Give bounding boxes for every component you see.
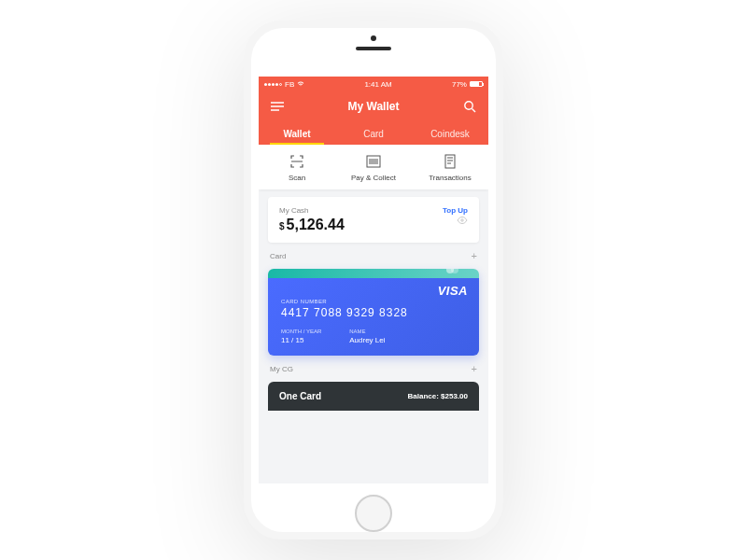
signal-icon	[264, 83, 282, 86]
cash-amount: $5,126.44	[279, 217, 345, 233]
wifi-icon	[297, 81, 304, 87]
carrier-label: FB	[285, 80, 294, 89]
tab-coindesk[interactable]: Coindesk	[412, 121, 488, 145]
card-body: VISA CARD NUMBER 4417 7088 9329 8328 MON…	[268, 278, 479, 356]
phone-speaker	[356, 47, 391, 50]
card-holder: NAME Audrey Lei	[349, 329, 385, 344]
phone-inner: FB 1:41 AM 77% My Wallet	[251, 28, 496, 532]
page-title: My Wallet	[348, 100, 400, 113]
card-strip	[268, 269, 479, 278]
screen: FB 1:41 AM 77% My Wallet	[259, 77, 488, 483]
home-button[interactable]	[355, 495, 392, 532]
action-label: Pay & Collect	[339, 174, 408, 182]
card-number: 4417 7088 9329 8328	[281, 306, 466, 319]
battery-pct: 77%	[452, 80, 467, 89]
onecard-title: One Card	[279, 391, 321, 401]
topup-link[interactable]: Top Up	[443, 206, 468, 215]
action-label: Scan	[262, 174, 331, 182]
quick-actions: Scan Pay & Collect Transactions	[259, 145, 488, 189]
expiry-label: MONTH / YEAR	[281, 329, 321, 334]
mastercard-icon	[446, 269, 458, 273]
svg-point-3	[461, 219, 463, 221]
tabs: Wallet Card Coindesk	[259, 121, 488, 145]
one-card[interactable]: One Card Balance: $253.00	[268, 382, 479, 411]
header: My Wallet Wallet Card Coindesk	[259, 91, 488, 145]
status-left: FB	[264, 80, 304, 89]
name-value: Audrey Lei	[349, 336, 385, 344]
scan-icon	[262, 154, 331, 169]
svg-rect-2	[445, 155, 455, 168]
status-time: 1:41 AM	[364, 80, 391, 89]
receipt-icon	[416, 154, 485, 169]
tab-card[interactable]: Card	[335, 121, 412, 145]
card-section-header: Card +	[268, 250, 479, 261]
my-cash-card: My Cash $5,126.44 Top Up	[268, 197, 479, 243]
expiry-value: 11 / 15	[281, 336, 321, 344]
visibility-toggle[interactable]	[443, 217, 468, 226]
cash-value: 5,126.44	[287, 217, 345, 232]
search-button[interactable]	[462, 99, 477, 114]
search-icon	[463, 100, 476, 113]
phone-device: FB 1:41 AM 77% My Wallet	[244, 21, 503, 539]
currency-symbol: $	[279, 221, 285, 231]
battery-icon	[470, 81, 483, 87]
svg-point-0	[465, 102, 472, 109]
barcode-icon	[339, 154, 408, 169]
add-card-button[interactable]: +	[472, 250, 477, 261]
cg-section-label: My CG	[270, 365, 293, 373]
add-cg-button[interactable]: +	[472, 363, 477, 374]
action-transactions[interactable]: Transactions	[412, 145, 488, 189]
hamburger-icon	[271, 102, 284, 111]
onecard-balance: Balance: $253.00	[407, 392, 468, 400]
status-bar: FB 1:41 AM 77%	[259, 77, 488, 91]
tab-wallet[interactable]: Wallet	[259, 121, 335, 145]
phone-frame: FB 1:41 AM 77% My Wallet	[244, 21, 503, 539]
cash-label: My Cash	[279, 206, 345, 215]
status-right: 77%	[452, 80, 483, 89]
card-brand: VISA	[438, 284, 468, 298]
eye-icon	[457, 217, 468, 224]
action-label: Transactions	[416, 174, 485, 182]
action-scan[interactable]: Scan	[259, 145, 335, 189]
action-pay-collect[interactable]: Pay & Collect	[335, 145, 412, 189]
credit-card[interactable]: VISA CARD NUMBER 4417 7088 9329 8328 MON…	[268, 269, 479, 356]
card-expiry: MONTH / YEAR 11 / 15	[281, 329, 321, 344]
name-label: NAME	[349, 329, 385, 334]
phone-camera	[371, 35, 376, 41]
content: My Cash $5,126.44 Top Up	[259, 189, 488, 483]
menu-button[interactable]	[270, 99, 285, 114]
cg-section-header: My CG +	[268, 363, 479, 374]
card-section-label: Card	[270, 252, 286, 260]
card-number-label: CARD NUMBER	[281, 299, 466, 304]
